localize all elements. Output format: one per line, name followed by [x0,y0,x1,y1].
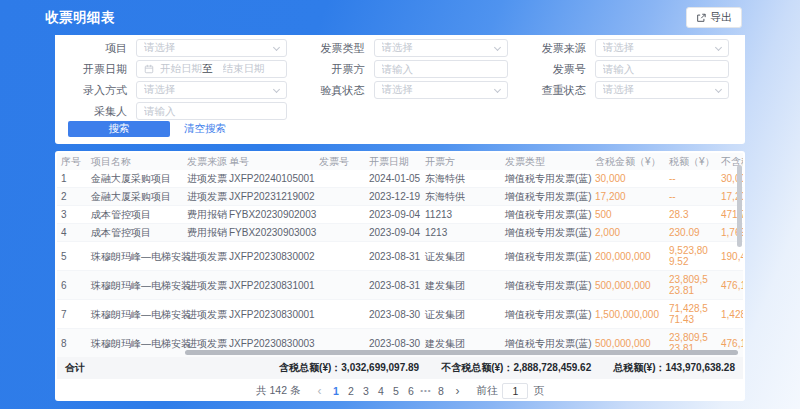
cell-1: 珠穆朗玛峰—电梯安装 [87,271,183,300]
filter-field-invoice-type: 发票类型请选择 [309,39,508,57]
invoice-number-input-field[interactable] [603,63,721,75]
column-header-2: 发票来源 [183,153,225,170]
collector-input[interactable] [136,102,287,120]
cell-2: 费用报销 [183,224,225,242]
table-row[interactable]: 5珠穆朗玛峰—电梯安装进项发票JXFP202308300022023-08-31… [57,242,743,271]
cell-7: 增值税专用发票(蓝) [501,271,591,300]
table-row[interactable]: 7珠穆朗玛峰—电梯安装进项发票JXFP202308300012023-08-30… [57,300,743,329]
search-button[interactable]: 搜索 [68,121,170,137]
column-header-7: 发票类型 [501,153,591,170]
filter-grid: 项目请选择发票类型请选择发票来源请选择开票日期开始日期至结束日期开票方发票号录入… [71,39,729,120]
filter-label-duplicate-status: 查重状态 [530,83,586,98]
vertical-scrollbar[interactable] [737,165,742,247]
invoice-type-select[interactable]: 请选择 [374,39,508,57]
table-row[interactable]: 1金融大厦采购项目进项发票JXFP202401050012024-01-05东海… [57,170,743,188]
entry-method-select[interactable]: 请选择 [136,81,287,99]
cell-1: 金融大厦采购项目 [87,188,183,206]
filter-label-invoice-number: 发票号 [530,62,586,77]
page-button-8[interactable]: 8 [433,385,448,397]
page-button-6[interactable]: 6 [403,385,418,397]
pagination-total: 共 142 条 [256,384,300,398]
summary-item-1: 不含税总额(¥)：2,888,728,459.62 [441,361,591,375]
filter-label-invoice-date: 开票日期 [71,62,127,77]
filter-label-issuer: 开票方 [309,62,365,77]
cell-4 [315,188,365,206]
summary-item-2: 总税额(¥)：143,970,638.28 [613,361,735,375]
filter-label-invoice-source: 发票来源 [530,41,586,56]
cell-7: 增值税专用发票(蓝) [501,188,591,206]
export-button[interactable]: 导出 [686,7,742,28]
page-button-3[interactable]: 3 [358,385,373,397]
cell-0: 4 [57,224,87,242]
verify-status-select[interactable]: 请选择 [374,81,508,99]
filter-label-verify-status: 验真状态 [309,83,365,98]
collector-input-field[interactable] [144,105,279,117]
chevron-down-icon [715,85,722,92]
cell-6: 1213 [421,224,501,242]
horizontal-scrollbar[interactable] [185,350,738,355]
date-separator: 至 [202,62,213,76]
invoice-source-select[interactable]: 请选择 [595,39,729,57]
jump-page-input[interactable] [502,383,528,399]
page-button-2[interactable]: 2 [343,385,358,397]
column-header-1: 项目名称 [87,153,183,170]
cell-10: 1,428,571,428.57 [717,300,743,329]
page-button-1[interactable]: 1 [328,385,343,397]
filter-card: 项目请选择发票类型请选择发票来源请选择开票日期开始日期至结束日期开票方发票号录入… [55,35,745,144]
issuer-input-field[interactable] [382,63,500,75]
export-label: 导出 [710,10,732,25]
cell-7: 增值税专用发票(蓝) [501,242,591,271]
filter-actions: 搜索 清空搜索 [68,121,226,137]
table-row[interactable]: 3成本管控项目费用报销FYBX202309020032023-09-041121… [57,206,743,224]
issuer-input[interactable] [374,60,508,78]
cell-9: -- [665,170,717,188]
cell-1: 珠穆朗玛峰—电梯安装 [87,242,183,271]
cell-7: 增值税专用发票(蓝) [501,170,591,188]
clear-search-link[interactable]: 清空搜索 [184,122,226,136]
next-page-button[interactable]: › [450,385,464,397]
summary-item-value: 3,032,699,097.89 [341,362,419,373]
cell-2: 进项发票 [183,300,225,329]
pagination-ellipsis[interactable]: ••• [418,386,433,395]
chevron-down-icon [715,43,722,50]
table-row[interactable]: 2金融大厦采购项目进项发票JXFP202312190022023-12-19东海… [57,188,743,206]
cell-1: 珠穆朗玛峰—电梯安装 [87,329,183,358]
select-placeholder: 请选择 [144,83,274,97]
table-body: 1金融大厦采购项目进项发票JXFP202401050012024-01-05东海… [57,170,743,358]
duplicate-status-select[interactable]: 请选择 [595,81,729,99]
summary-bar: 合计 含税总额(¥)：3,032,699,097.89不含税总额(¥)：2,88… [57,357,743,379]
table-row[interactable]: 4成本管控项目费用报销FYBX202309030032023-09-041213… [57,224,743,242]
summary-item-0: 含税总额(¥)：3,032,699,097.89 [279,361,419,375]
cell-0: 5 [57,242,87,271]
invoice-number-input[interactable] [595,60,729,78]
cell-2: 进项发票 [183,170,225,188]
chevron-down-icon [494,43,501,50]
cell-5: 2023-08-30 [365,300,421,329]
filter-field-duplicate-status: 查重状态请选择 [530,81,729,99]
cell-8: 500 [591,206,665,224]
cell-9: 9,523,809.52 [665,242,717,271]
page-button-4[interactable]: 4 [373,385,388,397]
page-button-5[interactable]: 5 [388,385,403,397]
cell-2: 进项发票 [183,242,225,271]
export-icon [696,13,706,23]
cell-9: 28.3 [665,206,717,224]
cell-9: 71,428,571.43 [665,300,717,329]
cell-8: 30,000 [591,170,665,188]
jump-prefix-label: 前往 [476,384,497,398]
cell-6: 证发集团 [421,242,501,271]
cell-2: 进项发票 [183,188,225,206]
cell-3: JXFP20230830001 [225,300,315,329]
cell-3: FYBX20230902003 [225,206,315,224]
pagination-pages: 123456•••8 [328,385,448,397]
summary-item-label: 总税额(¥)： [613,362,665,373]
cell-1: 成本管控项目 [87,224,183,242]
project-select[interactable]: 请选择 [136,39,287,57]
table-row[interactable]: 6珠穆朗玛峰—电梯安装进项发票JXFP202308310012023-08-31… [57,271,743,300]
invoice-date-range-picker[interactable]: 开始日期至结束日期 [136,60,287,78]
filter-label-project: 项目 [71,41,127,56]
start-date-placeholder: 开始日期 [160,62,202,76]
cell-0: 2 [57,188,87,206]
prev-page-button[interactable]: ‹ [312,385,326,397]
cell-1: 珠穆朗玛峰—电梯安装 [87,300,183,329]
